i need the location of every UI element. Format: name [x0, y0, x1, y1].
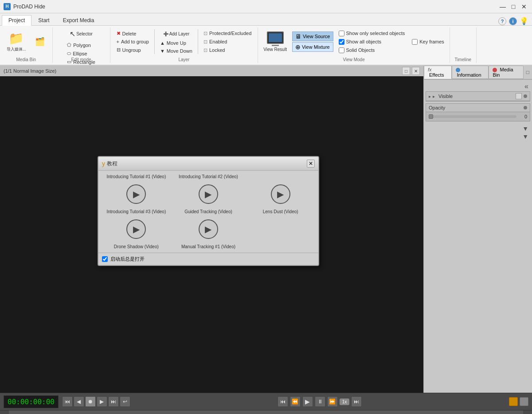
transport-btn-prev[interactable]: ⏪	[290, 396, 301, 407]
move-up-button[interactable]: ▲Move Up	[157, 39, 195, 47]
view-source-button[interactable]: 🖥 View Source	[292, 31, 333, 41]
timecode-display: 00:00:00:00	[4, 395, 59, 408]
protected-excluded-button[interactable]: ⊡Protected/Excluded	[201, 30, 254, 37]
move-down-button[interactable]: ▼Move Down	[157, 47, 195, 55]
minimize-button[interactable]: —	[498, 2, 507, 11]
title-bar: H ProDAD Hide — □ ✕	[0, 0, 532, 13]
panel-expand-button[interactable]: □	[524, 68, 532, 76]
add-layer-button[interactable]: ➕Add Layer	[157, 29, 195, 39]
separator2	[198, 29, 198, 54]
tutorial-always-show-checkbox[interactable]	[102, 256, 108, 262]
transport-btn-step-back[interactable]: ◀	[74, 396, 84, 407]
transport-btn-next[interactable]: ⏩	[327, 396, 338, 407]
tutorial-item-6-label: Drone Shadow (Video)	[102, 244, 171, 249]
tab-media-bin[interactable]: Media Bin	[489, 66, 523, 79]
preview-maximize-button[interactable]: ✕	[412, 67, 420, 75]
transport-marker-button[interactable]	[509, 397, 518, 406]
view-result-button[interactable]: View Result	[262, 30, 289, 54]
ribbon: 📁 导入媒体... 🗂️ Media Bin ↖ Selector ⬠Polyg…	[0, 26, 532, 66]
opacity-thumb[interactable]	[429, 114, 433, 119]
opacity-value: 0	[518, 114, 527, 119]
tutorial-footer: 启动后总是打开	[98, 253, 318, 265]
app-title: ProDAD Hide	[13, 4, 45, 10]
visible-label: Visible	[438, 94, 453, 99]
tutorial-item-1[interactable]: ▶	[102, 183, 171, 206]
transport-btn-next-frame[interactable]: ⏭	[108, 396, 119, 407]
transport-btn-pause[interactable]: ⏸	[315, 396, 325, 407]
media-dot-icon	[493, 68, 497, 72]
transport-btn-play[interactable]: ▶	[302, 396, 313, 407]
tab-information[interactable]: Information	[452, 66, 489, 79]
ribbon-group-timeline: Timeline	[450, 27, 477, 63]
close-button[interactable]: ✕	[520, 2, 528, 11]
solid-objects-checkbox[interactable]: Solid Objects	[337, 47, 407, 54]
locked-button[interactable]: ⊡Locked	[201, 47, 254, 54]
ribbon-group-edit-mode: ↖ Selector ⬠Polygon ⬭Ellipse ▭Rectangle …	[53, 27, 110, 63]
panel-visible-header[interactable]: ▸ ▸ Visible	[426, 92, 530, 101]
opacity-dot	[524, 106, 527, 109]
panel-opacity-header[interactable]: Opacity	[426, 104, 530, 112]
transport-snap-button[interactable]	[520, 397, 528, 406]
show-only-selected-checkbox[interactable]: Show only selected objects	[337, 30, 407, 37]
tab-effects[interactable]: fx Effects	[424, 66, 452, 79]
panel-expand-all-button[interactable]: «	[524, 82, 528, 90]
maximize-button[interactable]: □	[509, 2, 518, 11]
tutorial-item-3-label: Introducing Tutorial #3 (Video)	[102, 209, 171, 214]
panel-collapse-btn-2[interactable]: ▼	[522, 133, 528, 140]
visible-toggle[interactable]	[516, 93, 522, 99]
tutorial-item-7[interactable]: ▶	[174, 218, 243, 241]
tab-project[interactable]: Project	[2, 15, 31, 26]
transport-btn-record[interactable]: ⏺	[85, 396, 96, 407]
tutorial-dialog: y 教程 ✕ Introducing Tutorial #1 (Video) I…	[98, 156, 319, 266]
key-frames-checkbox[interactable]: Key frames	[410, 38, 446, 46]
tutorial-play-6[interactable]: ▶	[126, 219, 146, 239]
tab-export-media[interactable]: Export Media	[56, 15, 101, 25]
tutorial-item-4-label: Guided Tracking (Video)	[174, 209, 243, 214]
transport-btn-loop[interactable]: ↩	[120, 396, 130, 407]
timeline-left-spacer	[0, 410, 9, 414]
effects-icon: fx	[428, 67, 432, 72]
tutorial-item-2[interactable]: ▶	[174, 183, 243, 206]
tutorial-item-6[interactable]: ▶	[102, 218, 171, 241]
right-panel-body: « ▸ ▸ Visible Opa	[424, 80, 532, 393]
ungroup-button[interactable]: ⊟Ungroup	[114, 46, 152, 54]
view-mixture-button[interactable]: ⊕ View Mixture	[292, 42, 333, 52]
transport-btn-go-start[interactable]: ⏮	[278, 396, 288, 407]
selector-button[interactable]: ↖ Selector	[64, 27, 98, 40]
opacity-track[interactable]	[429, 115, 516, 118]
preview-restore-button[interactable]: □	[402, 67, 410, 75]
tutorial-title: y 教程	[102, 160, 117, 168]
tutorial-play-7[interactable]: ▶	[199, 219, 218, 239]
help-icon[interactable]: ?	[498, 17, 506, 25]
tab-start[interactable]: Start	[31, 15, 56, 25]
preview-canvas[interactable]: 将媒体拖至黑色区域或 📂 单击此处打开媒体 y 教程 ✕	[0, 76, 423, 393]
tutorial-play-1[interactable]: ▶	[126, 184, 146, 204]
lightbulb-icon[interactable]: 💡	[520, 17, 528, 25]
show-all-objects-checkbox[interactable]: Show all objects	[337, 38, 407, 46]
enabled-button[interactable]: ⊡Enabled	[201, 38, 254, 46]
media-bin-icon-button[interactable]: 🗂️	[31, 35, 49, 49]
visible-arrow: ▸	[429, 94, 431, 99]
ellipse-button[interactable]: ⬭Ellipse	[64, 50, 98, 57]
preview-area: (1/1 Normal Image Size) □ ✕ 将媒体拖至黑色区域或 📂…	[0, 66, 423, 393]
tutorial-close-button[interactable]: ✕	[307, 160, 315, 168]
transport-btn-step-fwd[interactable]: ▶	[97, 396, 107, 407]
timeline-label: Timeline	[450, 57, 476, 62]
right-panel: fx Effects Information Media Bin □ «	[423, 66, 532, 393]
transport-btn-prev-frame[interactable]: ⏮	[62, 396, 73, 407]
transport-center: ⏮ ⏪ ▶ ⏸ ⏩ 1x ⏭	[134, 396, 505, 407]
tutorial-item-1-label: Introducing Tutorial #1 (Video)	[102, 174, 171, 179]
tutorial-item-5[interactable]: ▶	[246, 183, 315, 206]
import-media-button[interactable]: 📁 导入媒体...	[4, 29, 29, 55]
tutorial-play-5[interactable]: ▶	[271, 184, 290, 204]
transport-area: 00:00:00:00 ⏮ ◀ ⏺ ▶ ⏭ ↩ ⏮ ⏪ ▶ ⏸ ⏩ 1x ⏭ 0…	[0, 393, 532, 414]
speed-badge: 1x	[340, 398, 350, 405]
info-icon[interactable]: i	[509, 17, 517, 25]
polygon-button[interactable]: ⬠Polygon	[64, 41, 98, 49]
tutorial-play-2[interactable]: ▶	[199, 184, 218, 204]
add-to-group-button[interactable]: +Add to group	[114, 38, 152, 45]
panel-collapse-btn-1[interactable]: ▼	[522, 125, 528, 132]
transport-btn-go-end[interactable]: ⏭	[351, 396, 362, 407]
preview-size-label: (1/1 Normal Image Size)	[4, 68, 56, 74]
delete-button[interactable]: ✖Delete	[114, 30, 152, 37]
